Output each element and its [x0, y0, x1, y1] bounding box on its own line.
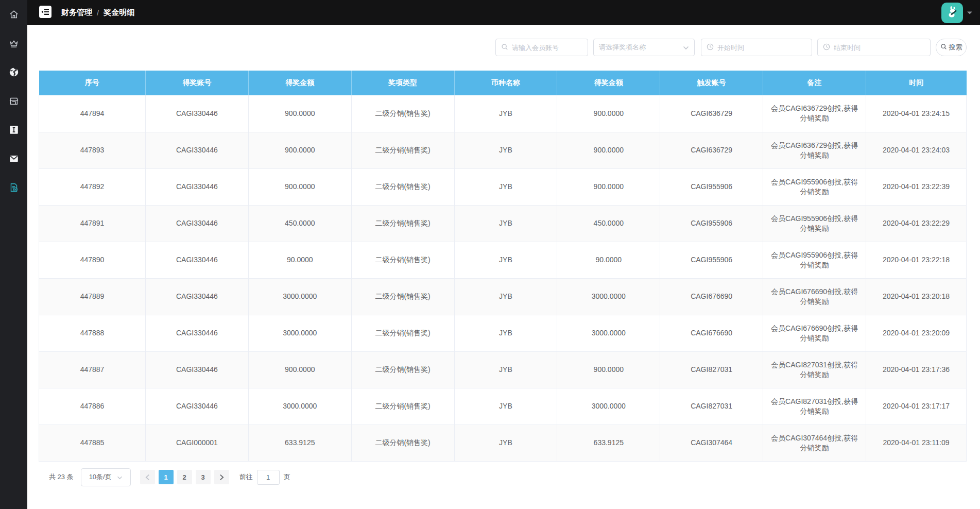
table-cell: 900.0000: [248, 132, 351, 168]
table-cell: CAGI330446: [146, 132, 249, 168]
table-cell: 会员CAGI307464创投,获得分销奖励: [763, 425, 866, 461]
table-cell: 二级分销(销售奖): [351, 388, 454, 425]
table-cell: 二级分销(销售奖): [351, 315, 454, 351]
table-row: 447885CAGI000001633.9125二级分销(销售奖)JYB633.…: [39, 425, 967, 461]
next-page-button[interactable]: [214, 470, 229, 484]
table-cell: 会员CAGI676690创投,获得分销奖励: [763, 315, 866, 351]
breadcrumb-section[interactable]: 财务管理: [61, 8, 92, 18]
table-cell: CAGI330446: [146, 315, 249, 351]
table-cell: CAGI827031: [660, 388, 763, 425]
globe-icon: [8, 66, 20, 78]
main-content: 请选择奖项名称: [27, 25, 980, 509]
table-cell: 90.0000: [557, 242, 660, 278]
table-cell: 447886: [39, 388, 146, 425]
start-time-input[interactable]: [717, 44, 806, 52]
search-icon: [940, 43, 947, 52]
start-time-field: [701, 39, 812, 56]
table-cell: 2020-04-01 23:20:09: [866, 315, 967, 351]
filter-bar: 请选择奖项名称: [39, 39, 967, 56]
table-cell: JYB: [454, 95, 557, 132]
goto-page: 前往 页: [239, 470, 290, 485]
table-cell: 会员CAGI827031创投,获得分销奖励: [763, 351, 866, 388]
prev-page-button[interactable]: [140, 470, 155, 484]
award-name-placeholder: 请选择奖项名称: [599, 43, 679, 52]
end-time-field: [817, 39, 931, 56]
table-row: 447891CAGI330446450.0000二级分销(销售奖)JYB450.…: [39, 205, 967, 242]
table-cell: CAGI000001: [146, 425, 249, 461]
table-cell: 3000.0000: [557, 315, 660, 351]
table-cell: CAGI676690: [660, 315, 763, 351]
goto-suffix-label: 页: [284, 472, 290, 482]
table-cell: JYB: [454, 315, 557, 351]
award-name-select[interactable]: 请选择奖项名称: [593, 39, 695, 56]
member-account-input[interactable]: [512, 44, 582, 52]
table-cell: 450.0000: [248, 205, 351, 242]
table-row: 447888CAGI3304463000.0000二级分销(销售奖)JYB300…: [39, 315, 967, 351]
table-cell: 450.0000: [557, 205, 660, 242]
table-cell: 900.0000: [557, 168, 660, 205]
sidebar-item-bonus-detail[interactable]: [0, 173, 27, 202]
table-cell: 447889: [39, 278, 146, 315]
table-cell: 二级分销(销售奖): [351, 425, 454, 461]
table-cell: 447891: [39, 205, 146, 242]
table-row: 447894CAGI330446900.0000二级分销(销售奖)JYB900.…: [39, 95, 967, 132]
home-icon: [8, 9, 20, 20]
table-row: 447886CAGI3304463000.0000二级分销(销售奖)JYB300…: [39, 388, 967, 425]
page-button-3[interactable]: 3: [196, 470, 211, 484]
bonus-table: 序号得奖账号得奖金额奖项类型币种名称得奖金额触发账号备注时间 447894CAG…: [39, 71, 967, 462]
table-row: 447893CAGI330446900.0000二级分销(销售奖)JYB900.…: [39, 132, 967, 168]
search-button[interactable]: 搜索: [936, 39, 967, 56]
table-cell: CAGI330446: [146, 278, 249, 315]
table-cell: 2020-04-01 23:22:39: [866, 168, 967, 205]
table-cell: 447888: [39, 315, 146, 351]
table-cell: 会员CAGI636729创投,获得分销奖励: [763, 132, 866, 168]
breadcrumb: 财务管理 / 奖金明细: [61, 8, 134, 18]
pagination-bar: 共 23 条 10条/页 123 前往: [49, 468, 967, 486]
table-cell: JYB: [454, 168, 557, 205]
table-cell: CAGI955906: [660, 205, 763, 242]
table-cell: 447894: [39, 95, 146, 132]
table-cell: 会员CAGI636729创投,获得分销奖励: [763, 95, 866, 132]
search-button-label: 搜索: [949, 43, 962, 52]
table-row: 447892CAGI330446900.0000二级分销(销售奖)JYB900.…: [39, 168, 967, 205]
page-size-select[interactable]: 10条/页: [81, 468, 131, 486]
table-body: 447894CAGI330446900.0000二级分销(销售奖)JYB900.…: [39, 95, 967, 461]
sidebar-item-global[interactable]: [0, 58, 27, 87]
table-cell: 二级分销(销售奖): [351, 168, 454, 205]
table-cell: 900.0000: [248, 351, 351, 388]
table-cell: 3000.0000: [557, 388, 660, 425]
sidebar-item-info[interactable]: [0, 115, 27, 144]
table-cell: 会员CAGI676690创投,获得分销奖励: [763, 278, 866, 315]
page-button-2[interactable]: 2: [177, 470, 192, 484]
table-cell: CAGI955906: [660, 168, 763, 205]
sidebar-fold-button[interactable]: [39, 5, 52, 21]
sidebar-item-agents[interactable]: [0, 29, 27, 58]
chevron-down-icon: [117, 473, 123, 481]
sidebar-item-home[interactable]: [0, 0, 27, 29]
user-avatar[interactable]: [941, 3, 963, 23]
table-cell: JYB: [454, 278, 557, 315]
info-badge-icon: [8, 124, 20, 135]
table-cell: 二级分销(销售奖): [351, 205, 454, 242]
table-cell: CAGI330446: [146, 168, 249, 205]
table-cell: 447890: [39, 242, 146, 278]
end-time-input[interactable]: [834, 44, 925, 52]
table-cell: 447887: [39, 351, 146, 388]
table-cell: 900.0000: [248, 95, 351, 132]
breadcrumb-page: 奖金明细: [104, 8, 134, 18]
table-cell: 二级分销(销售奖): [351, 242, 454, 278]
crown-icon: [8, 38, 20, 49]
table-cell: CAGI330446: [146, 242, 249, 278]
goto-page-input[interactable]: [257, 470, 280, 485]
rabbit-avatar-icon: [944, 4, 960, 22]
table-cell: 3000.0000: [557, 278, 660, 315]
avatar-dropdown-caret-icon[interactable]: [967, 11, 973, 15]
sidebar-item-mail[interactable]: [0, 144, 27, 173]
table-cell: 633.9125: [557, 425, 660, 461]
table-cell: JYB: [454, 351, 557, 388]
table-cell: 447885: [39, 425, 146, 461]
page-button-1[interactable]: 1: [159, 470, 174, 484]
sidebar-item-shop[interactable]: [0, 87, 27, 115]
goto-label: 前往: [239, 472, 253, 482]
column-header-2: 得奖金额: [248, 71, 351, 95]
